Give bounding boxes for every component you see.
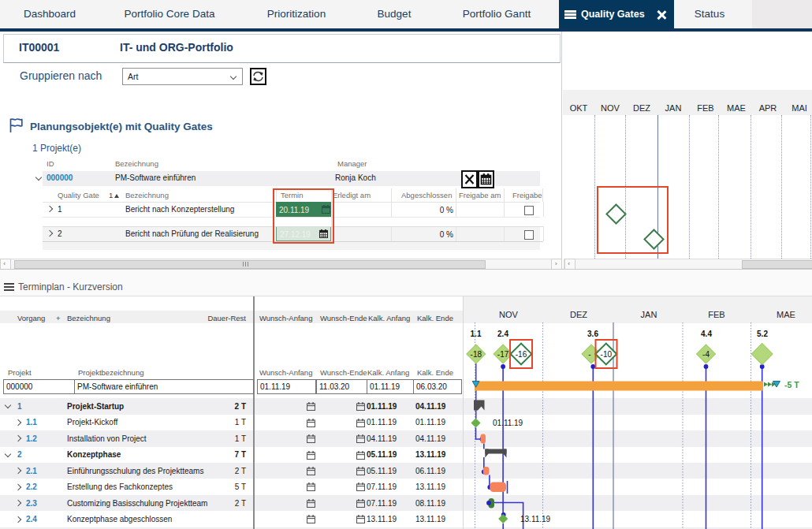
svg-text:2.4: 2.4 — [497, 330, 508, 338]
svg-text:13.11.19: 13.11.19 — [520, 515, 551, 523]
svg-text:-5 T: -5 T — [784, 380, 799, 389]
svg-text:-17: -17 — [497, 350, 509, 359]
svg-text:1.1: 1.1 — [471, 330, 482, 338]
svg-text:-4: -4 — [702, 350, 710, 359]
svg-text:01.11.19: 01.11.19 — [493, 419, 523, 427]
svg-text:3.6: 3.6 — [587, 330, 598, 338]
svg-text:4.4: 4.4 — [701, 330, 712, 338]
svg-text:5.2: 5.2 — [757, 330, 768, 338]
svg-text:-10: -10 — [601, 350, 613, 359]
svg-text:-16: -16 — [516, 350, 527, 359]
svg-text:-: - — [588, 350, 590, 359]
svg-text:-18: -18 — [471, 350, 482, 359]
